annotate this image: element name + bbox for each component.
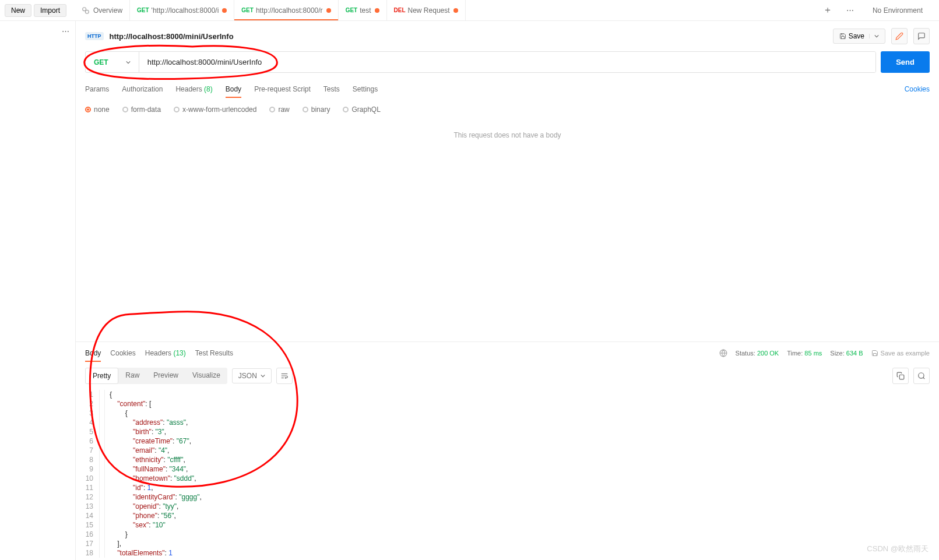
method-select[interactable]: GET xyxy=(86,52,139,72)
fold-gutter[interactable] xyxy=(99,492,105,502)
json-code[interactable]: "sex": "10" xyxy=(110,520,166,530)
fold-gutter[interactable] xyxy=(99,464,105,474)
json-line: 10 "hometown": "sddd", xyxy=(76,474,939,483)
chevron-down-icon xyxy=(261,374,265,378)
new-button[interactable]: New xyxy=(5,4,31,17)
save-caret-icon[interactable] xyxy=(869,34,879,38)
cookies-link[interactable]: Cookies xyxy=(905,85,930,93)
fold-gutter[interactable] xyxy=(99,446,105,455)
fold-gutter[interactable] xyxy=(99,474,105,483)
save-as-example[interactable]: Save as example xyxy=(871,350,930,357)
dirty-dot-icon xyxy=(326,8,331,13)
fold-gutter[interactable] xyxy=(99,418,105,427)
json-code[interactable]: "birth": "3", xyxy=(110,427,166,436)
body-empty-message: This request does not have a body xyxy=(76,119,939,341)
body-type-xwww[interactable]: x-www-form-urlencoded xyxy=(174,105,256,114)
view-preview[interactable]: Preview xyxy=(146,368,185,384)
json-code[interactable]: } xyxy=(110,530,128,539)
environment-selector[interactable]: No Environment xyxy=(861,6,934,15)
fold-gutter[interactable] xyxy=(99,427,105,436)
body-type-none[interactable]: none xyxy=(85,105,110,114)
json-code[interactable]: "fullName": "344", xyxy=(110,464,188,474)
json-code[interactable]: "email": "4", xyxy=(110,446,169,455)
json-code[interactable]: "content": [ xyxy=(110,399,151,408)
json-code[interactable]: { xyxy=(110,390,112,399)
save-button[interactable]: Save xyxy=(833,29,885,44)
request-tabs: Params Authorization Headers (8) Body Pr… xyxy=(76,79,939,100)
radio-icon xyxy=(343,107,349,112)
workspace-tab[interactable]: GEThttp://localhost:8000/r xyxy=(234,0,338,20)
tab-tests[interactable]: Tests xyxy=(323,82,340,97)
resp-tab-headers[interactable]: Headers (13) xyxy=(145,347,186,360)
view-visualize[interactable]: Visualize xyxy=(185,368,227,384)
line-number: 7 xyxy=(76,446,99,455)
resp-headers-count: (13) xyxy=(173,349,185,357)
fold-gutter[interactable] xyxy=(99,520,105,530)
json-code[interactable]: ], xyxy=(110,539,121,548)
chevron-down-icon xyxy=(126,60,131,65)
line-number: 13 xyxy=(76,502,99,511)
json-code[interactable]: "totalElements": 1 xyxy=(110,548,173,558)
dirty-dot-icon xyxy=(453,8,458,13)
format-select[interactable]: JSON xyxy=(232,368,272,383)
wrap-lines-button[interactable] xyxy=(276,368,293,384)
fold-gutter[interactable] xyxy=(99,399,105,408)
import-button[interactable]: Import xyxy=(34,4,66,17)
json-code[interactable]: "hometown": "sddd", xyxy=(110,474,196,483)
fold-gutter[interactable] xyxy=(99,511,105,520)
body-type-formdata[interactable]: form-data xyxy=(122,105,161,114)
fold-gutter[interactable] xyxy=(99,539,105,548)
tab-authorization[interactable]: Authorization xyxy=(122,82,163,97)
json-code[interactable]: "phone": "56", xyxy=(110,511,176,520)
resp-tab-cookies[interactable]: Cookies xyxy=(110,347,135,360)
line-number: 16 xyxy=(76,530,99,539)
response-json-body[interactable]: 1{2 "content": [3 {4 "address": "asss",5… xyxy=(76,388,939,560)
workspace-tab[interactable]: DELNew Request xyxy=(387,0,466,20)
tab-body[interactable]: Body xyxy=(226,82,241,97)
comment-button[interactable] xyxy=(913,28,930,44)
fold-gutter[interactable] xyxy=(99,408,105,418)
view-raw[interactable]: Raw xyxy=(118,368,146,384)
resp-tab-body[interactable]: Body xyxy=(85,347,101,360)
workspace-tab[interactable]: GET'http://localhost:8000/i xyxy=(130,0,234,20)
fold-gutter[interactable] xyxy=(99,530,105,539)
fold-gutter[interactable] xyxy=(99,548,105,558)
tab-params[interactable]: Params xyxy=(85,82,109,97)
fold-gutter[interactable] xyxy=(99,390,105,399)
workspace-tab[interactable]: GETtest xyxy=(339,0,387,20)
line-number: 6 xyxy=(76,436,99,446)
sidebar-menu-icon[interactable]: ⋯ xyxy=(62,27,69,36)
url-input[interactable] xyxy=(139,52,876,72)
body-type-raw[interactable]: raw xyxy=(269,105,289,114)
tab-settings[interactable]: Settings xyxy=(353,82,378,97)
json-code[interactable]: "createTime": "67", xyxy=(110,436,191,446)
fold-gutter[interactable] xyxy=(99,483,105,492)
response-tabs: Body Cookies Headers (13) Test Results S… xyxy=(76,342,939,364)
tab-overflow-button[interactable]: ⋯ xyxy=(839,6,861,15)
json-code[interactable]: "identityCard": "gggg", xyxy=(110,492,202,502)
body-type-selector: none form-data x-www-form-urlencoded raw… xyxy=(76,100,939,119)
resp-tab-testresults[interactable]: Test Results xyxy=(195,347,233,360)
tab-prerequest[interactable]: Pre-request Script xyxy=(254,82,311,97)
json-code[interactable]: "id": 1, xyxy=(110,483,153,492)
tab-headers[interactable]: Headers (8) xyxy=(175,82,212,97)
fold-gutter[interactable] xyxy=(99,502,105,511)
json-code[interactable]: "ethnicity": "cffff", xyxy=(110,455,185,464)
workspace-tab[interactable]: Overview xyxy=(75,0,130,20)
send-button[interactable]: Send xyxy=(881,51,930,73)
body-type-binary[interactable]: binary xyxy=(303,105,330,114)
search-response-button[interactable] xyxy=(913,368,930,384)
json-code[interactable]: { xyxy=(110,408,128,418)
request-title[interactable]: http://localhost:8000/mini/UserInfo xyxy=(110,32,827,41)
json-code[interactable]: "address": "asss", xyxy=(110,418,188,427)
add-tab-button[interactable]: ＋ xyxy=(816,4,839,16)
body-type-graphql[interactable]: GraphQL xyxy=(343,105,380,114)
save-icon xyxy=(871,350,878,357)
edit-button[interactable] xyxy=(891,28,908,44)
line-number: 5 xyxy=(76,427,99,436)
fold-gutter[interactable] xyxy=(99,436,105,446)
fold-gutter[interactable] xyxy=(99,455,105,464)
copy-response-button[interactable] xyxy=(892,368,909,384)
json-code[interactable]: "openid": "tyy", xyxy=(110,502,178,511)
view-pretty[interactable]: Pretty xyxy=(85,368,118,384)
